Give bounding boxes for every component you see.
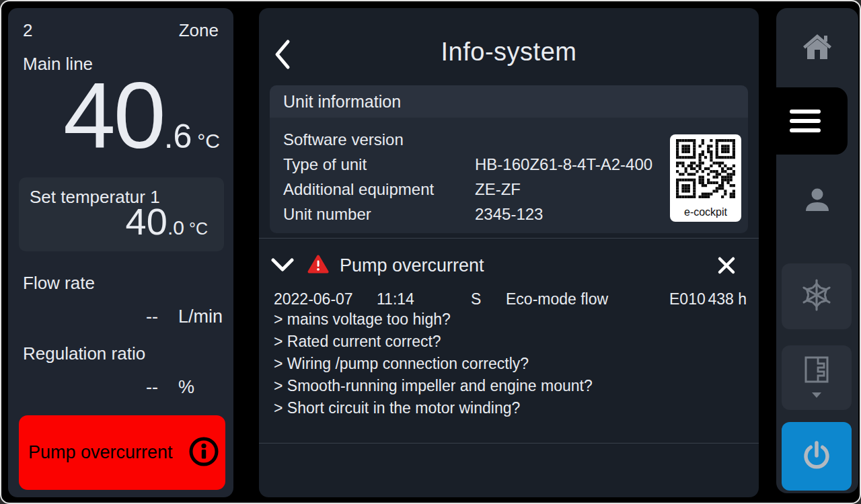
alarm-banner-label: Pump overcurrent bbox=[28, 442, 188, 463]
main-temperature-readout: 40 .6 °C bbox=[63, 66, 220, 165]
alarm-hours: 438 h bbox=[708, 290, 747, 308]
flow-rate-label: Flow rate bbox=[23, 273, 95, 294]
chevron-down-small-icon bbox=[811, 388, 822, 401]
hmi-screen: 2 Zone Main line 40 .6 °C Set temperatur… bbox=[0, 0, 861, 504]
info-row-label: Type of unit bbox=[283, 155, 475, 174]
home-icon bbox=[802, 32, 833, 63]
regulation-ratio-value: -- bbox=[23, 377, 158, 398]
qr-card[interactable]: e-cockpit bbox=[670, 134, 741, 222]
cooling-button[interactable] bbox=[782, 263, 852, 329]
checklist-item: > mains voltage too high? bbox=[274, 308, 593, 331]
set-temp-unit: °C bbox=[189, 219, 208, 239]
divider bbox=[259, 443, 759, 444]
info-circle-icon bbox=[188, 435, 220, 470]
info-row-label: Software version bbox=[283, 130, 475, 149]
alarm-meta-row: 2022-06-07 11:14 S Eco-mode flow E010 43… bbox=[259, 290, 759, 309]
alarm-checklist: > mains voltage too high? > Rated curren… bbox=[274, 308, 593, 419]
checklist-item: > Rated current correct? bbox=[274, 331, 593, 353]
zone-panel: 2 Zone Main line 40 .6 °C Set temperatur… bbox=[8, 8, 233, 497]
power-icon bbox=[801, 439, 832, 474]
zone-number: 2 bbox=[23, 20, 32, 41]
alarm-mode: Eco-mode flow bbox=[506, 290, 608, 308]
checklist-item: > Wiring /pump connection correctly? bbox=[274, 353, 593, 375]
mold-button[interactable] bbox=[782, 345, 852, 410]
chevron-down-icon[interactable] bbox=[271, 258, 294, 273]
warning-triangle-icon bbox=[307, 255, 329, 277]
menu-icon bbox=[790, 110, 821, 114]
unit-information-title: Unit information bbox=[270, 85, 748, 118]
checklist-item: > Short circuit in the motor winding? bbox=[274, 397, 593, 419]
info-row-value: HB-160Z61-8-4T-A2-400 bbox=[475, 155, 652, 174]
set-temp-decimal: .0 bbox=[167, 216, 184, 239]
alarm-code: E010 bbox=[669, 290, 706, 308]
flow-rate-row: -- L/min bbox=[23, 306, 227, 327]
regulation-ratio-label: Regulation ratio bbox=[23, 343, 145, 364]
info-row: Type of unit HB-160Z61-8-4T-A2-400 bbox=[283, 152, 659, 177]
divider bbox=[259, 238, 759, 239]
info-row-value: ZE-ZF bbox=[475, 180, 521, 199]
alarm-banner[interactable]: Pump overcurrent bbox=[19, 415, 225, 490]
regulation-ratio-unit: % bbox=[178, 377, 227, 398]
user-icon bbox=[802, 185, 832, 218]
regulation-ratio-row: -- % bbox=[23, 377, 227, 398]
qr-label: e-cockpit bbox=[670, 206, 741, 218]
zone-row: 2 Zone bbox=[23, 20, 219, 41]
main-temp-decimal: .6 bbox=[164, 117, 192, 156]
set-temp-value: 40 .0 °C bbox=[126, 200, 208, 243]
mold-icon bbox=[802, 355, 831, 387]
alarm-title: Pump overcurrent bbox=[340, 255, 484, 276]
set-temp-integer: 40 bbox=[126, 200, 167, 243]
alarm-time: 11:14 bbox=[377, 290, 414, 308]
main-temp-integer: 40 bbox=[63, 66, 164, 165]
main-temp-unit: °C bbox=[197, 130, 220, 153]
menu-button-active[interactable] bbox=[763, 87, 848, 155]
page-title: Info-system bbox=[259, 38, 759, 67]
unit-information-rows: Software version Type of unit HB-160Z61-… bbox=[283, 127, 659, 226]
snowflake-icon bbox=[800, 278, 833, 314]
user-button[interactable] bbox=[776, 161, 858, 242]
close-icon[interactable] bbox=[717, 256, 736, 275]
checklist-item: > Smooth-running impeller and engine mou… bbox=[274, 375, 593, 397]
set-temperature-box[interactable]: Set temperatur 1 40 .0 °C bbox=[19, 177, 224, 251]
info-row-value: 2345-123 bbox=[475, 205, 543, 224]
sidebar-strip bbox=[776, 8, 858, 493]
info-row-label: Additional equipment bbox=[283, 180, 475, 199]
alarm-date: 2022-06-07 bbox=[274, 290, 353, 308]
info-system-panel: Info-system Unit information Software ve… bbox=[259, 8, 759, 497]
info-row: Unit number 2345-123 bbox=[283, 202, 659, 226]
alarm-header-row: Pump overcurrent bbox=[271, 251, 747, 280]
qr-code-icon bbox=[676, 139, 735, 198]
unit-information-box: Unit information Software version Type o… bbox=[270, 85, 748, 233]
info-row: Additional equipment ZE-ZF bbox=[283, 177, 659, 202]
info-row: Software version bbox=[283, 127, 659, 152]
alarm-class-letter: S bbox=[471, 290, 481, 308]
zone-label: Zone bbox=[179, 20, 219, 41]
info-row-label: Unit number bbox=[283, 205, 475, 224]
flow-rate-value: -- bbox=[23, 306, 158, 327]
power-button[interactable] bbox=[782, 422, 852, 491]
home-button[interactable] bbox=[776, 8, 858, 87]
flow-rate-unit: L/min bbox=[178, 306, 227, 327]
